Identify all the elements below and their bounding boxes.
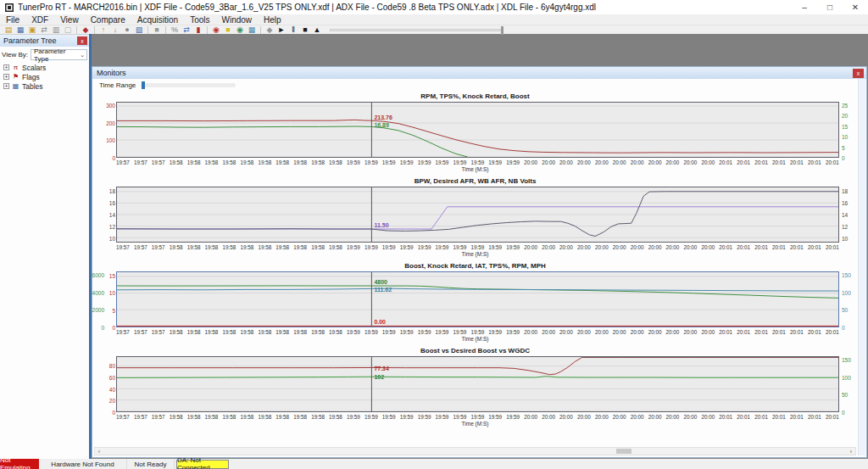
y-tick-label: 60 [109,374,115,380]
right-axis: 0510152025 [839,102,856,158]
y-tick-label: 40 [109,386,115,392]
x-tick-label: 19:58 [275,414,289,420]
emulation-slider-thumb[interactable] [501,26,504,35]
copy-icon[interactable]: ▧ [133,25,145,34]
open-folder-icon[interactable]: ▣ [26,25,38,34]
pause-icon[interactable]: ‖ [287,25,299,34]
sidebar-item-flags[interactable]: +⚑Flags [3,72,89,81]
menu-item-acquisition[interactable]: Acquisition [131,14,184,25]
chart-plot-area[interactable]: 77.34102 [116,356,839,412]
new-file-icon[interactable]: ▢ [62,25,74,34]
expand-icon[interactable]: + [3,64,9,70]
y-tick-label: 5 [842,144,845,150]
cursor-value-label: 102 [374,374,384,380]
save-file-icon[interactable]: ▦ [14,25,26,34]
menu-item-tools[interactable]: Tools [184,14,215,25]
x-axis-title: Time (M:S) [94,251,856,259]
horizontal-scrollbar[interactable]: ‹ › [94,447,856,455]
x-tick-label: 20:00 [559,244,573,250]
chart-plot-area[interactable]: 4800111.620.00 [116,271,839,327]
parameter-tree-panel: Parameter Tree x View By: Parameter Type… [0,34,89,459]
x-tick-label: 19:59 [418,414,431,420]
menu-item-compare[interactable]: Compare [85,14,131,25]
expand-icon[interactable]: + [3,74,9,80]
chart-plot-area[interactable]: 213.7616.89 [116,102,839,158]
adx-icon[interactable]: ▮ [192,25,204,34]
menu-item-view[interactable]: View [54,14,85,25]
x-tick-label: 19:58 [187,329,201,335]
minimize-button[interactable]: – [792,0,817,14]
x-tick-label: 19:58 [258,159,271,165]
globe-icon[interactable]: ◉ [234,25,246,34]
x-tick-label: 19:58 [223,414,236,420]
compare-bins-icon[interactable]: ⇄ [38,25,50,34]
chart-plot-area[interactable]: 11.50 [116,187,839,243]
checksum-icon[interactable]: ▥ [50,25,62,34]
refresh-icon[interactable]: ● [121,25,133,34]
monitors-titlebar[interactable]: Monitors x [92,67,866,79]
expand-icon[interactable]: + [3,83,9,89]
left-axis: 051015 [105,271,116,327]
x-axis-title: Time (M:S) [94,336,856,343]
time-range-slider-thumb[interactable] [142,81,145,89]
menu-item-window[interactable]: Window [215,14,258,25]
record-icon[interactable]: ◉ [210,25,222,34]
x-tick-label: 20:00 [613,159,626,165]
time-range-slider[interactable] [141,83,236,87]
y-tick-label: 10 [109,236,115,242]
tools-icon[interactable]: ◆ [80,25,92,34]
chart-icon[interactable]: ▦ [246,25,258,34]
alert-icon[interactable]: ▲ [311,25,323,34]
close-button[interactable]: ✕ [843,0,868,14]
x-tick-label: 20:00 [631,244,644,250]
x-tick-label: 19:57 [134,414,147,420]
x-tick-label: 19:59 [453,244,467,250]
x-tick-label: 19:58 [223,244,236,250]
scroll-right-icon[interactable]: › [847,449,855,455]
x-tick-label: 19:58 [187,159,201,165]
sidebar-item-tables[interactable]: +▦Tables [3,81,89,91]
percent-icon[interactable]: % [169,25,181,34]
vertical-scrollbar[interactable] [858,79,865,455]
view-by-select[interactable]: Parameter Type ⌄ [31,49,87,60]
scroll-left-icon[interactable]: ‹ [95,449,103,455]
x-tick-label: 20:00 [577,329,591,335]
move-up-icon[interactable]: ↑ [97,25,109,34]
x-tick-label: 20:00 [595,414,609,420]
menu-item-help[interactable]: Help [258,14,287,25]
x-tick-label: 20:01 [719,329,732,335]
x-tick-label: 19:57 [152,414,165,420]
marker-icon[interactable]: ◆ [264,25,275,34]
monitors-title: Monitors [97,69,126,77]
chart-3: Boost, Knock Retard, IAT, TPS%, RPM, MPH… [94,262,856,347]
sidebar-item-scalars[interactable]: +πScalars [3,63,89,72]
play-icon[interactable]: ► [275,25,287,34]
y-tick-label: 150 [842,272,851,278]
monitors-close-icon[interactable]: x [853,69,864,78]
open-file-icon[interactable]: ▤ [3,25,14,34]
stop-icon[interactable]: ■ [299,25,311,34]
y-tick-label: 16 [109,199,115,205]
x-tick-label: 19:58 [223,159,236,165]
status-da-connection: DA: Not Connected [176,460,229,469]
move-down-icon[interactable]: ↓ [109,25,121,34]
x-tick-label: 20:00 [542,159,555,165]
x-tick-label: 20:01 [754,159,768,165]
menu-item-file[interactable]: File [0,14,25,25]
parameter-tree-close-icon[interactable]: x [77,36,87,45]
flag-icon[interactable]: ■ [222,25,234,34]
x-tick-label: 19:57 [116,329,130,335]
maximize-button[interactable]: □ [817,0,843,14]
x-tick-label: 20:01 [754,414,768,420]
sync-icon[interactable]: ⇄ [181,25,192,34]
x-tick-label: 19:59 [488,159,502,165]
inactive-icon[interactable]: ■ [151,25,163,34]
menu-item-xdf[interactable]: XDF [25,14,54,25]
x-tick-label: 20:00 [666,244,680,250]
x-tick-label: 20:00 [648,329,662,335]
emulation-slider[interactable] [330,29,504,31]
y-tick-label: 100 [106,137,115,143]
series-rpm [117,286,838,299]
scrollbar-thumb[interactable] [616,449,632,454]
x-tick-label: 19:58 [240,244,253,250]
